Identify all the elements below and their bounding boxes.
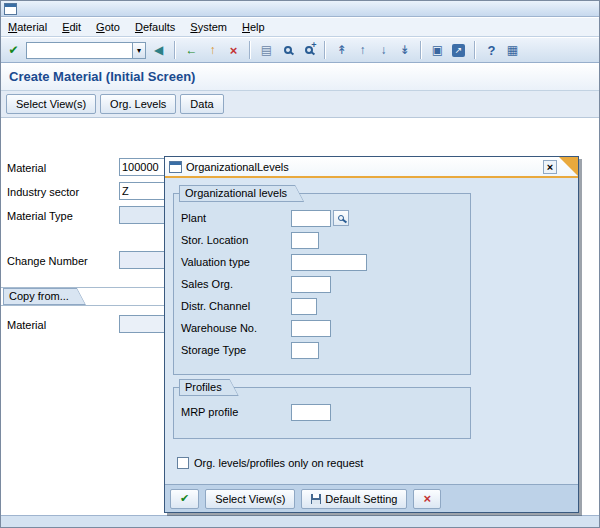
dialog-title: OrganizationalLevels <box>186 161 289 173</box>
material-type-label: Material Type <box>7 207 73 225</box>
field-row-valuation-type: Valuation type <box>174 251 470 273</box>
valuation-type-label: Valuation type <box>181 256 291 268</box>
last-page-icon[interactable]: ↡ <box>396 41 413 60</box>
org-levels-group-title: Organizational levels <box>180 186 303 201</box>
storage-type-label: Storage Type <box>181 344 291 356</box>
org-levels-request-checkbox[interactable] <box>177 457 189 469</box>
shortcut-icon[interactable]: ↗ <box>450 41 467 60</box>
next-page-icon[interactable]: ↓ <box>375 41 392 60</box>
shortcut-glyph: ↗ <box>452 44 465 57</box>
material-label: Material <box>7 159 46 177</box>
menu-item-goto[interactable]: Goto <box>96 21 120 33</box>
find-icon[interactable] <box>279 41 296 60</box>
org-levels-group: Organizational levels Plant Stor. Locati… <box>173 193 471 375</box>
copy-from-group-tab: Copy from... <box>3 288 86 305</box>
cancel-icon[interactable]: × <box>225 41 242 60</box>
status-bar <box>1 515 600 528</box>
default-setting-button[interactable]: Default Setting <box>301 489 407 509</box>
command-field-wrap: ▾ <box>26 42 146 59</box>
menu-item-help[interactable]: Help <box>242 21 265 33</box>
dialog-corner-accent <box>559 157 578 176</box>
field-row-plant: Plant <box>174 207 470 229</box>
sap-window-icon <box>4 3 17 15</box>
save-icon <box>311 494 321 504</box>
warehouse-no-label: Warehouse No. <box>181 322 291 334</box>
dialog-titlebar: OrganizationalLevels × <box>165 157 578 178</box>
magnifier-plus-glyph <box>305 46 313 54</box>
back-icon[interactable]: ← <box>183 41 200 60</box>
previous-page-icon[interactable]: ↑ <box>354 41 371 60</box>
sales-org-label: Sales Org. <box>181 278 291 290</box>
application-toolbar: Select View(s) Org. Levels Data <box>1 91 600 118</box>
close-icon[interactable]: × <box>543 160 557 174</box>
check-icon: ✔ <box>180 492 189 505</box>
cancel-button[interactable]: × <box>413 489 441 509</box>
select-views-button[interactable]: Select View(s) <box>6 94 96 114</box>
profiles-group: Profiles MRP profile <box>173 387 471 439</box>
warehouse-no-input[interactable] <box>291 320 331 337</box>
menu-item-system[interactable]: System <box>190 21 227 33</box>
dialog-select-views-button[interactable]: Select View(s) <box>205 489 295 509</box>
enter-icon[interactable]: ✔ <box>5 41 22 60</box>
standard-toolbar: ✔ ▾ ◀ ← ↑ × ▤ ↟ ↑ ↓ ↡ ▣ ↗ ? ▦ <box>1 38 600 63</box>
storage-location-label: Stor. Location <box>181 234 291 246</box>
toolbar-separator <box>174 41 176 59</box>
copy-from-group-title: Copy from... <box>4 289 85 304</box>
print-icon[interactable]: ▤ <box>258 41 275 60</box>
org-levels-button[interactable]: Org. Levels <box>100 94 176 114</box>
field-row-warehouse-no: Warehouse No. <box>174 317 470 339</box>
request-checkbox-row: Org. levels/profiles only on request <box>177 457 363 469</box>
toolbar-separator <box>474 41 476 59</box>
menu-bar: Material Edit Goto Defaults System Help <box>1 18 600 37</box>
org-levels-request-label: Org. levels/profiles only on request <box>194 457 363 469</box>
field-row-storage-type: Storage Type <box>174 339 470 361</box>
distr-channel-input[interactable] <box>291 298 317 315</box>
plant-input[interactable] <box>291 210 331 227</box>
field-row-sales-org: Sales Org. <box>174 273 470 295</box>
org-levels-dialog: OrganizationalLevels × Organizational le… <box>164 156 579 513</box>
new-session-icon[interactable]: ▣ <box>429 41 446 60</box>
value-help-icon[interactable] <box>333 210 349 226</box>
dialog-footer: ✔ Select View(s) Default Setting × <box>165 484 578 512</box>
default-setting-label: Default Setting <box>325 493 397 505</box>
plant-label: Plant <box>181 212 291 224</box>
storage-type-input[interactable] <box>291 342 319 359</box>
dialog-icon <box>169 161 182 173</box>
field-row-distr-channel: Distr. Channel <box>174 295 470 317</box>
x-icon: × <box>423 491 431 506</box>
toolbar-separator <box>249 41 251 59</box>
valuation-type-input[interactable] <box>291 254 367 271</box>
menu-item-material[interactable]: Material <box>8 21 47 33</box>
storage-location-input[interactable] <box>291 232 319 249</box>
distr-channel-label: Distr. Channel <box>181 300 291 312</box>
magnifier-glyph <box>338 215 344 221</box>
page-title: Create Material (Initial Screen) <box>9 69 195 84</box>
menu-item-edit[interactable]: Edit <box>62 21 81 33</box>
sales-org-input[interactable] <box>291 276 331 293</box>
command-field[interactable] <box>26 42 132 59</box>
industry-sector-label: Industry sector <box>7 183 79 201</box>
mrp-profile-label: MRP profile <box>181 406 291 418</box>
toolbar-separator <box>420 41 422 59</box>
profiles-group-tab: Profiles <box>179 379 239 396</box>
find-next-icon[interactable] <box>300 41 317 60</box>
sap-window: Material Edit Goto Defaults System Help … <box>0 0 600 528</box>
help-icon[interactable]: ? <box>483 41 500 60</box>
profiles-group-title: Profiles <box>180 380 238 395</box>
first-page-icon[interactable]: ↟ <box>333 41 350 60</box>
command-collapse-icon[interactable]: ◀ <box>150 41 167 60</box>
magnifier-glyph <box>284 46 292 54</box>
customize-layout-icon[interactable]: ▦ <box>504 41 521 60</box>
command-history-icon[interactable]: ▾ <box>132 42 146 59</box>
data-button[interactable]: Data <box>180 94 223 114</box>
field-row-storage-location: Stor. Location <box>174 229 470 251</box>
exit-icon[interactable]: ↑ <box>204 41 221 60</box>
mrp-profile-input[interactable] <box>291 404 331 421</box>
copy-material-label: Material <box>7 316 46 334</box>
confirm-button[interactable]: ✔ <box>170 489 199 509</box>
menu-item-defaults[interactable]: Defaults <box>135 21 175 33</box>
change-number-label: Change Number <box>7 252 88 270</box>
field-row-mrp-profile: MRP profile <box>174 401 470 423</box>
window-titlebar <box>1 1 600 17</box>
org-levels-group-tab: Organizational levels <box>179 185 304 202</box>
